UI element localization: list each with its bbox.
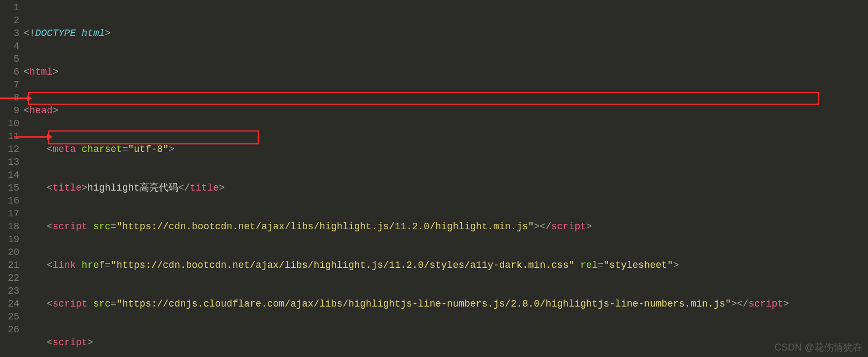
code-line[interactable]: <title>highlight高亮代码</title> [24, 181, 868, 194]
line-number: 12 [0, 143, 19, 156]
line-number: 6 [0, 65, 19, 78]
line-number: 8 [0, 91, 19, 104]
line-number: 4 [0, 40, 19, 53]
line-number: 18 [0, 220, 19, 233]
code-content[interactable]: <!DOCTYPE html> <html> <head> <meta char… [24, 0, 868, 357]
line-number: 26 [0, 323, 19, 336]
line-number: 19 [0, 233, 19, 246]
code-line[interactable]: <link href="https://cdn.bootcdn.net/ajax… [24, 259, 868, 272]
line-number: 2 [0, 14, 19, 27]
code-line[interactable]: <html> [24, 65, 868, 78]
line-number: 1 [0, 1, 19, 14]
line-number: 21 [0, 259, 19, 272]
line-number: 13 [0, 156, 19, 169]
line-number: 9 [0, 104, 19, 117]
line-number: 24 [0, 297, 19, 310]
line-number: 15 [0, 181, 19, 194]
line-number: 5 [0, 53, 19, 65]
line-number: 7 [0, 78, 19, 91]
line-number-gutter: 1234567891011121314151617181920212223242… [0, 0, 24, 357]
code-editor[interactable]: 1234567891011121314151617181920212223242… [0, 0, 868, 357]
line-number: 25 [0, 310, 19, 323]
line-number: 3 [0, 27, 19, 40]
code-line[interactable]: <script> [24, 336, 868, 349]
line-number: 22 [0, 272, 19, 285]
code-line[interactable]: <!DOCTYPE html> [24, 27, 868, 40]
line-number: 10 [0, 117, 19, 130]
code-line[interactable]: <head> [24, 104, 868, 117]
line-number: 11 [0, 130, 19, 143]
line-number: 23 [0, 285, 19, 297]
line-number: 20 [0, 246, 19, 259]
code-line[interactable]: <script src="https://cdnjs.cloudflare.co… [24, 297, 868, 310]
line-number: 17 [0, 207, 19, 220]
line-number: 16 [0, 194, 19, 207]
code-line[interactable]: <script src="https://cdn.bootcdn.net/aja… [24, 220, 868, 233]
code-line[interactable]: <meta charset="utf-8"> [24, 143, 868, 156]
line-number: 14 [0, 169, 19, 181]
